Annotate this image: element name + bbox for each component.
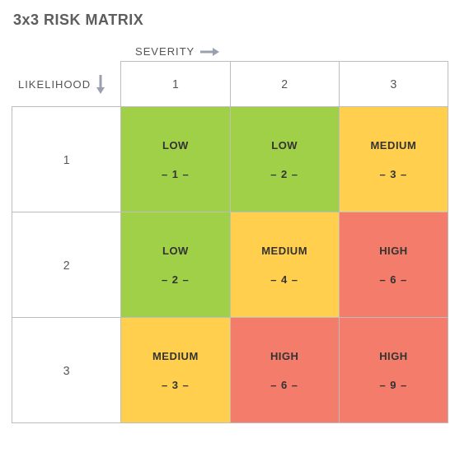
risk-score: – 2 – <box>122 273 228 286</box>
matrix-corner: LIKELIHOOD <box>12 62 121 107</box>
severity-header-row: LIKELIHOOD 1 2 3 <box>12 62 448 107</box>
risk-score: – 1 – <box>122 168 228 180</box>
risk-level-label: LOW <box>122 245 228 257</box>
risk-level-label: MEDIUM <box>340 139 447 152</box>
matrix-row: 1 LOW – 1 – LOW – 2 – MEDIUM – 3 – <box>12 107 448 212</box>
risk-cell: LOW – 1 – <box>121 107 230 212</box>
likelihood-header: 3 <box>12 318 121 423</box>
svg-marker-1 <box>213 48 219 56</box>
risk-cell: LOW – 2 – <box>230 107 339 212</box>
severity-axis: SEVERITY <box>135 45 457 58</box>
risk-cell: MEDIUM – 4 – <box>230 212 339 318</box>
risk-level-label: HIGH <box>340 350 447 362</box>
likelihood-header: 1 <box>12 107 121 212</box>
risk-score: – 3 – <box>122 379 228 391</box>
risk-score: – 6 – <box>232 379 338 391</box>
arrow-down-icon <box>96 74 106 94</box>
risk-cell: LOW – 2 – <box>121 212 230 318</box>
risk-cell: MEDIUM – 3 – <box>121 318 230 423</box>
risk-level-label: MEDIUM <box>122 350 228 362</box>
likelihood-header: 2 <box>12 212 121 318</box>
matrix-row: 2 LOW – 2 – MEDIUM – 4 – HIGH – 6 – <box>12 212 448 318</box>
page-title: 3x3 RISK MATRIX <box>13 12 457 29</box>
risk-level-label: MEDIUM <box>232 245 338 257</box>
risk-score: – 6 – <box>340 273 447 286</box>
severity-axis-label: SEVERITY <box>135 45 195 58</box>
severity-header: 2 <box>230 62 339 107</box>
risk-score: – 2 – <box>232 168 338 180</box>
risk-level-label: LOW <box>122 139 228 152</box>
likelihood-axis-label: LIKELIHOOD <box>18 78 91 91</box>
risk-score: – 9 – <box>340 379 447 391</box>
matrix-row: 3 MEDIUM – 3 – HIGH – 6 – HIGH – 9 – <box>12 318 448 423</box>
risk-matrix: LIKELIHOOD 1 2 3 1 LOW – 1 – LOW – 2 – M… <box>12 61 448 423</box>
risk-level-label: HIGH <box>340 245 447 257</box>
severity-header: 1 <box>121 62 230 107</box>
risk-cell: HIGH – 6 – <box>230 318 339 423</box>
risk-level-label: HIGH <box>232 350 338 362</box>
arrow-right-icon <box>199 47 219 57</box>
risk-score: – 3 – <box>340 168 447 180</box>
risk-cell: HIGH – 9 – <box>339 318 448 423</box>
risk-level-label: LOW <box>232 139 338 152</box>
risk-cell: MEDIUM – 3 – <box>339 107 448 212</box>
risk-cell: HIGH – 6 – <box>339 212 448 318</box>
svg-marker-3 <box>96 87 105 94</box>
risk-score: – 4 – <box>232 273 338 286</box>
severity-header: 3 <box>339 62 448 107</box>
